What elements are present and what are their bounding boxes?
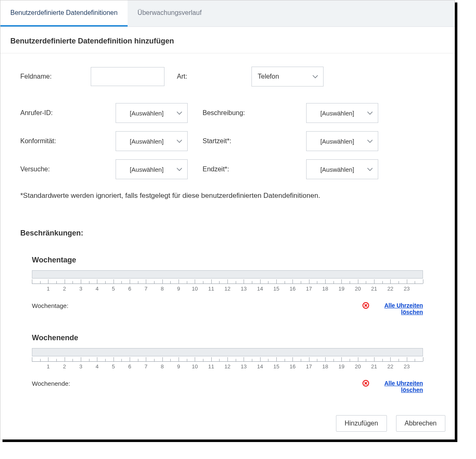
hour-label: 4 <box>96 286 99 292</box>
tab-label: Benutzerdefinierte Datendefinitionen <box>10 9 118 17</box>
hour-label: 19 <box>338 363 344 370</box>
weekdays-ticks <box>32 278 423 284</box>
hour-label: 20 <box>355 286 360 292</box>
defaults-note: *Standardwerte werden ignoriert, falls f… <box>20 192 435 200</box>
weekdays-delete-all-link[interactable]: Alle Uhrzeiten löschen <box>373 302 423 315</box>
type-select[interactable]: Telefon <box>251 67 324 87</box>
hour-label: 5 <box>112 286 115 292</box>
hour-label: 17 <box>306 363 312 370</box>
hour-label: 16 <box>290 286 295 292</box>
hour-label: 1 <box>47 363 50 370</box>
delete-icon <box>362 302 369 309</box>
hour-label: 5 <box>112 363 115 370</box>
hour-label: 17 <box>306 286 312 292</box>
hour-label: 19 <box>338 286 344 292</box>
hour-label: 10 <box>192 286 198 292</box>
weekend-hour-labels: 1234567891011121314151617181920212223 <box>32 363 423 372</box>
end-time-label: Endzeit*: <box>203 166 294 173</box>
hour-label: 10 <box>192 363 198 370</box>
select-grid: Anrufer-ID: [Auswählen] Beschreibung: [A… <box>20 103 435 179</box>
select-value: [Auswählen] <box>130 110 164 117</box>
start-time-label: Startzeit*: <box>203 137 294 145</box>
hour-label: 9 <box>177 286 180 292</box>
fieldname-label: Feldname: <box>20 73 91 80</box>
hour-label: 14 <box>257 363 263 370</box>
tab-label: Überwachungsverlauf <box>138 9 202 17</box>
hour-label: 3 <box>79 363 82 370</box>
hour-label: 7 <box>145 286 147 292</box>
weekdays-heading: Wochentage <box>32 256 423 264</box>
weekdays-block: Wochentage 12345678910111213141516171819… <box>20 256 435 315</box>
select-value: [Auswählen] <box>130 166 164 173</box>
select-value: [Auswählen] <box>320 110 354 117</box>
tab-bar: Benutzerdefinierte Datendefinitionen Übe… <box>0 0 454 27</box>
weekend-footer-label: Wochenende: <box>32 380 70 387</box>
weekend-delete-all-link[interactable]: Alle Uhrzeiten löschen <box>373 380 423 393</box>
attempts-select[interactable]: [Auswählen] <box>116 159 188 179</box>
content-area: Benutzerdefinierte Datendefinition hinzu… <box>0 27 454 397</box>
hour-label: 22 <box>387 286 393 292</box>
hour-label: 21 <box>371 363 377 370</box>
end-time-select[interactable]: [Auswählen] <box>306 159 378 179</box>
hour-label: 2 <box>63 286 66 292</box>
hour-label: 1 <box>47 286 50 292</box>
hour-label: 9 <box>177 363 180 370</box>
delete-icon <box>362 380 369 387</box>
hour-label: 23 <box>404 286 409 292</box>
hour-label: 22 <box>387 363 393 370</box>
hour-label: 13 <box>241 286 246 292</box>
hour-label: 2 <box>63 363 66 370</box>
hour-label: 11 <box>208 363 214 370</box>
chevron-down-icon <box>176 111 182 115</box>
tab-custom-data-definitions[interactable]: Benutzerdefinierte Datendefinitionen <box>0 0 128 26</box>
hour-label: 16 <box>290 363 295 370</box>
hour-label: 18 <box>322 363 328 370</box>
row-fieldname-type: Feldname: Art: Telefon <box>20 67 435 87</box>
hour-label: 18 <box>322 286 328 292</box>
type-label: Art: <box>177 73 202 80</box>
conformity-label: Konformität: <box>20 137 103 145</box>
chevron-down-icon <box>367 111 373 115</box>
hour-label: 13 <box>241 363 246 370</box>
weekend-block: Wochenende 12345678910111213141516171819… <box>20 334 435 393</box>
hour-label: 7 <box>145 363 147 370</box>
start-time-select[interactable]: [Auswählen] <box>306 131 378 151</box>
add-button[interactable]: Hinzufügen <box>336 415 387 432</box>
weekdays-track[interactable] <box>32 270 423 279</box>
weekend-heading: Wochenende <box>32 334 423 342</box>
select-value: [Auswählen] <box>320 138 354 145</box>
caller-id-select[interactable]: [Auswählen] <box>116 103 188 123</box>
hour-label: 15 <box>273 286 279 292</box>
hour-label: 6 <box>128 286 131 292</box>
hour-label: 8 <box>161 363 164 370</box>
app-frame: Benutzerdefinierte Datendefinitionen Übe… <box>0 0 455 440</box>
cancel-button[interactable]: Abbrechen <box>396 415 445 432</box>
hour-label: 12 <box>225 363 230 370</box>
tab-monitoring-history[interactable]: Überwachungsverlauf <box>128 0 212 26</box>
chevron-down-icon <box>176 167 182 171</box>
hour-label: 11 <box>208 286 214 292</box>
chevron-down-icon <box>367 167 373 171</box>
hour-label: 21 <box>371 286 377 292</box>
weekdays-footer-label: Wochentage: <box>32 302 68 309</box>
weekend-track[interactable] <box>32 348 423 356</box>
weekdays-hour-labels: 1234567891011121314151617181920212223 <box>32 286 423 294</box>
hour-label: 20 <box>355 363 360 370</box>
restrictions-title: Beschränkungen: <box>20 229 435 238</box>
chevron-down-icon <box>176 139 182 143</box>
fieldname-input[interactable] <box>91 67 164 86</box>
conformity-select[interactable]: [Auswählen] <box>116 131 188 151</box>
hour-label: 3 <box>79 286 82 292</box>
hour-label: 14 <box>257 286 263 292</box>
hour-label: 4 <box>96 363 99 370</box>
hour-label: 15 <box>273 363 279 370</box>
weekend-ticks <box>32 356 423 362</box>
description-label: Beschreibung: <box>203 109 294 117</box>
attempts-label: Versuche: <box>20 166 103 173</box>
select-value: [Auswählen] <box>320 166 354 173</box>
form-area: Feldname: Art: Telefon Anrufer-ID: <box>0 53 454 397</box>
select-value: [Auswählen] <box>130 138 164 145</box>
description-select[interactable]: [Auswählen] <box>306 103 378 123</box>
page-title: Benutzerdefinierte Datendefinition hinzu… <box>0 27 454 53</box>
type-select-value: Telefon <box>258 73 279 80</box>
